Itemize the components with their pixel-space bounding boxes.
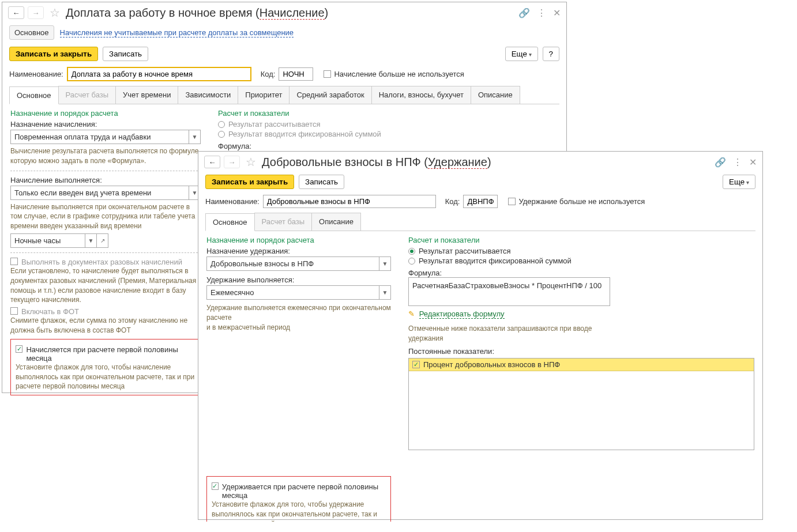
half-month-label: Начисляется при расчете первой половины … xyxy=(26,345,196,363)
name-label-2: Наименование: xyxy=(205,197,260,206)
nav-link-excluded[interactable]: Начисления не учитываемые при расчете до… xyxy=(60,28,294,37)
favorite-star-icon[interactable]: ☆ xyxy=(50,6,60,20)
formula-label: Формула: xyxy=(218,142,558,150)
tab-base-2[interactable]: Расчет базы xyxy=(254,213,313,231)
tab-priority[interactable]: Приоритет xyxy=(238,86,290,104)
help-button[interactable]: ? xyxy=(543,47,559,61)
radio-calc-label-2: Результат рассчитывается xyxy=(419,247,511,255)
close-icon[interactable]: ✕ xyxy=(553,7,561,18)
back-button-2[interactable]: ← xyxy=(204,156,220,168)
section-assignment: Назначение и порядок расчета xyxy=(10,109,201,118)
forward-button[interactable]: → xyxy=(28,6,44,19)
radio-fixed-label-2: Результат вводится фиксированной суммой xyxy=(419,256,572,265)
when-label: Начисление выполняется: xyxy=(10,176,201,184)
const-params-label: Постоянные показатели: xyxy=(408,347,754,356)
hint-half: Установите флажок для того, чтобы начисл… xyxy=(16,363,196,391)
radio-fixed[interactable] xyxy=(218,131,225,138)
more-button-2[interactable]: Еще xyxy=(723,175,755,189)
code-input-2[interactable] xyxy=(463,195,498,208)
param-row[interactable]: Процент добровольных взносов в НПФ xyxy=(409,359,754,371)
formula-textarea[interactable]: РасчетнаяБазаСтраховыеВзносы * ПроцентНП… xyxy=(408,277,610,306)
close-icon-2[interactable]: ✕ xyxy=(749,157,757,168)
fot-label: Включать в ФОТ xyxy=(21,307,79,316)
link-icon[interactable]: 🔗 xyxy=(518,7,530,18)
radio-fixed-label: Результат вводится фиксированной суммой xyxy=(228,130,381,138)
when-select-2[interactable]: Ежемесячно xyxy=(206,285,379,300)
time-kind-select[interactable]: Ночные часы xyxy=(10,233,85,248)
name-label: Наименование: xyxy=(9,70,63,78)
unused-checkbox-box-2[interactable] xyxy=(508,198,516,205)
forward-button-2[interactable]: → xyxy=(224,156,240,168)
tab-avg[interactable]: Средний заработок xyxy=(289,86,371,104)
hint-fot: Снимите флажок, если сумма по этому начи… xyxy=(10,316,201,335)
tab-deps[interactable]: Зависимости xyxy=(178,86,238,104)
divider-2 xyxy=(10,252,201,253)
radio-fixed-2[interactable] xyxy=(408,258,415,265)
assign-dropdown-icon-2[interactable]: ▼ xyxy=(379,256,391,271)
kebab-menu-icon-2[interactable]: ⋮ xyxy=(733,157,742,168)
time-kind-open-icon[interactable]: ↗ xyxy=(97,233,108,248)
assign-label: Назначение начисления: xyxy=(10,120,201,129)
radio-calc-2[interactable] xyxy=(408,248,415,255)
more-button[interactable]: Еще xyxy=(505,47,538,61)
tab-bar: Основное Расчет базы Учет времени Зависи… xyxy=(9,86,559,104)
window-deduction: ← → ☆ Добровольные взносы в НПФ (Удержан… xyxy=(198,151,763,520)
tab-time[interactable]: Учет времени xyxy=(115,86,178,104)
formula-label-2: Формула: xyxy=(408,269,754,277)
hint-when-2: Удержание выполняется ежемесячно при око… xyxy=(206,303,391,332)
pencil-icon: ✎ xyxy=(408,310,415,318)
code-label-2: Код: xyxy=(445,197,460,206)
save-and-close-button-2[interactable]: Записать и закрыть xyxy=(205,175,294,189)
window-title: Доплата за работу в ночное время (Начисл… xyxy=(66,6,515,20)
favorite-star-icon-2[interactable]: ☆ xyxy=(246,155,256,169)
tab-base[interactable]: Расчет базы xyxy=(58,86,116,104)
tab-bar-2: Основное Расчет базы Описание xyxy=(205,213,755,231)
save-and-close-button[interactable]: Записать и закрыть xyxy=(9,47,98,61)
fot-checkbox[interactable] xyxy=(10,307,18,315)
unused-checkbox-2[interactable]: Удержание больше не используется xyxy=(508,197,645,206)
unused-checkbox-box[interactable] xyxy=(324,70,331,78)
nav-main-tab[interactable]: Основное xyxy=(9,25,54,40)
when-label-2: Удержание выполняется: xyxy=(206,276,391,284)
assign-dropdown-icon[interactable]: ▼ xyxy=(189,130,201,144)
assign-select-2[interactable]: Добровольные взносы в НПФ xyxy=(206,256,379,271)
section-calc-2: Расчет и показатели xyxy=(408,236,754,244)
name-input-2[interactable] xyxy=(263,195,436,208)
code-label: Код: xyxy=(261,70,276,78)
once-docs-checkbox[interactable] xyxy=(10,258,18,265)
hint-when: Начисление выполняется при окончательном… xyxy=(10,202,201,231)
tab-desc-2[interactable]: Описание xyxy=(311,213,361,231)
hint-formula: Вычисление результата расчета выполняетс… xyxy=(10,146,201,166)
tab-desc[interactable]: Описание xyxy=(471,86,520,104)
hint-once: Если установлено, то начисление будет вы… xyxy=(10,266,201,305)
params-list[interactable]: Процент добровольных взносов в НПФ xyxy=(408,358,754,450)
highlight-frame-1: Начисляется при расчете первой половины … xyxy=(10,339,201,395)
link-icon-2[interactable]: 🔗 xyxy=(715,157,726,168)
assign-select[interactable]: Повременная оплата труда и надбавки xyxy=(10,130,189,144)
section-calc: Расчет и показатели xyxy=(218,109,558,118)
param-label: Процент добровольных взносов в НПФ xyxy=(423,360,560,369)
divider xyxy=(10,171,201,171)
edit-formula-link[interactable]: Редактировать формулу xyxy=(419,310,505,319)
back-button[interactable]: ← xyxy=(8,6,24,19)
tab-tax[interactable]: Налоги, взносы, бухучет xyxy=(371,86,471,104)
save-button[interactable]: Записать xyxy=(103,47,148,61)
when-dropdown-icon-2[interactable]: ▼ xyxy=(379,285,391,300)
tab-main[interactable]: Основное xyxy=(9,86,59,104)
code-input[interactable] xyxy=(279,67,313,81)
time-kind-dropdown-icon[interactable]: ▼ xyxy=(85,233,97,248)
name-input[interactable] xyxy=(67,67,251,81)
assign-label-2: Назначение удержания: xyxy=(206,247,391,255)
when-select[interactable]: Только если введен вид учета времени xyxy=(10,186,189,200)
unused-checkbox[interactable]: Начисление больше не используется xyxy=(324,70,464,78)
radio-calc[interactable] xyxy=(218,121,225,128)
kebab-menu-icon[interactable]: ⋮ xyxy=(537,7,546,18)
param-checkbox[interactable] xyxy=(412,361,420,368)
half-month-checkbox[interactable] xyxy=(16,345,22,353)
tab-main-2[interactable]: Основное xyxy=(205,213,255,231)
half-month-checkbox-2[interactable] xyxy=(212,482,219,490)
save-button-2[interactable]: Записать xyxy=(299,175,344,189)
hint-params: Отмеченные ниже показатели запрашиваются… xyxy=(408,324,616,344)
radio-calc-label: Результат рассчитывается xyxy=(228,120,321,129)
half-month-label-2: Удерживается при расчете первой половины… xyxy=(222,482,386,500)
